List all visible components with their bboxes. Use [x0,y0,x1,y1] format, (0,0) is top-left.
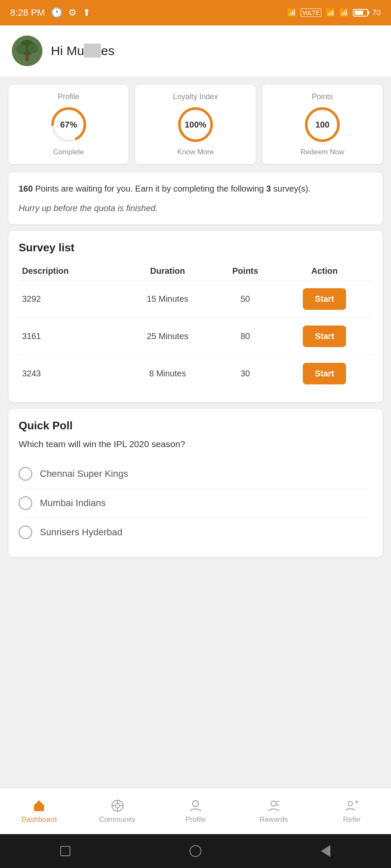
back-button[interactable] [317,843,334,860]
survey-word: survey(s). [273,184,310,193]
poll-options-container: Chennai Super Kings Mumbai Indians Sunri… [19,459,372,547]
survey-id-1: 3161 [19,318,121,355]
survey-row-0: 3292 15 Minutes 50 Start [19,281,372,318]
poll-option-1[interactable]: Mumbai Indians [19,489,372,518]
survey-id-0: 3292 [19,281,121,318]
stat-circle-profile: 67% [50,106,88,144]
svg-rect-2 [25,54,29,61]
stat-circle-loyalty: 100% [176,106,215,144]
survey-duration-0: 15 Minutes [121,281,214,318]
stat-value-profile: 67% [60,120,77,130]
svg-point-20 [193,801,198,807]
svg-point-4 [28,43,38,53]
profile-icon [188,798,203,813]
radio-0 [19,467,32,481]
start-button-2[interactable]: Start [303,363,346,384]
stat-card-profile[interactable]: Profile 67% Complete [8,85,128,164]
survey-title: Survey list [19,241,372,254]
android-navbar [0,834,391,868]
main-content: Hi Mu----es Profile 67% Complete Loyalty… [0,25,391,787]
stat-sublabel-points: Redeem Now [301,148,344,156]
survey-points-1: 80 [214,318,276,355]
radio-2 [19,526,32,539]
survey-row-2: 3243 8 Minutes 30 Start [19,355,372,392]
poll-title: Quick Poll [19,419,372,432]
community-icon [110,798,125,813]
battery-percent: 70 [372,8,381,17]
radio-1 [19,496,32,510]
nav-item-refer[interactable]: Refer [313,794,391,828]
network-icon: VoLTE [301,8,321,17]
triangle-icon [321,845,330,857]
points-message: 160 Points are waiting for you. Earn it … [19,182,372,195]
status-left: 8:28 PM 🕐 ⚙ ⬆ [10,7,90,18]
dashboard-icon [32,798,46,813]
svg-line-22 [276,801,279,802]
nav-label-refer: Refer [343,815,361,824]
svg-point-21 [271,801,276,806]
svg-point-15 [115,804,120,808]
avatar-image [12,36,42,66]
poll-option-text-2: Sunrisers Hyderbad [40,527,122,538]
start-button-0[interactable]: Start [303,288,346,310]
survey-action-1: Start [276,318,372,355]
alarm-icon: 🕐 [51,7,62,18]
signal2-icon: 📶 [339,8,349,17]
status-bar: 8:28 PM 🕐 ⚙ ⬆ 📶 VoLTE 📶 📶 70 [0,0,391,25]
stat-circle-points: 100 [303,106,341,144]
wifi-icon: 📶 [287,8,296,17]
stats-row: Profile 67% Complete Loyalty Index 100% … [0,76,391,172]
nav-item-profile[interactable]: Profile [156,794,235,828]
survey-table: Description Duration Points Action 3292 … [19,262,372,392]
nav-item-dashboard[interactable]: Dashboard [0,794,78,828]
nav-label-rewards: Rewards [260,815,288,824]
settings-icon: ⚙ [68,7,77,18]
nav-label-dashboard: Dashboard [22,815,57,824]
stat-sublabel-profile: Complete [53,148,84,156]
stat-label-points: Points [312,92,333,101]
survey-duration-2: 8 Minutes [121,355,214,392]
poll-option-text-0: Chennai Super Kings [40,468,128,479]
stat-label-loyalty: Loyalty Index [173,92,218,101]
col-action: Action [276,262,372,281]
signal-icon: 📶 [326,8,335,17]
stat-sublabel-loyalty: Know More [177,148,214,156]
poll-option-0[interactable]: Chennai Super Kings [19,459,372,489]
col-description: Description [19,262,121,281]
svg-line-23 [276,804,279,805]
rewards-icon [266,798,281,813]
nav-label-profile: Profile [185,815,206,824]
svg-point-3 [16,44,26,54]
home-button[interactable] [187,843,204,860]
nav-item-community[interactable]: Community [78,794,156,828]
upload-icon: ⬆ [83,7,90,18]
survey-points-0: 50 [214,281,276,318]
refer-icon [345,798,359,813]
stat-card-loyalty[interactable]: Loyalty Index 100% Know More [135,85,255,164]
col-duration: Duration [121,262,214,281]
points-count: 160 [19,184,33,193]
nav-label-community: Community [99,815,136,824]
survey-card: Survey list Description Duration Points … [8,231,383,402]
stat-value-points: 100 [316,120,330,130]
survey-count: 3 [266,184,271,193]
survey-action-2: Start [276,355,372,392]
bottom-nav: Dashboard Community Profile Rewards [0,787,391,834]
points-note: Hurry up before the quota is finished. [19,201,372,215]
start-button-1[interactable]: Start [303,326,346,347]
poll-question: Which team will win the IPL 2020 season? [19,439,372,449]
points-text: Points are waiting for you. Earn it by c… [35,184,266,193]
battery-icon [353,9,368,17]
poll-option-2[interactable]: Sunrisers Hyderbad [19,518,372,547]
stat-card-points[interactable]: Points 100 Redeem Now [263,85,383,164]
survey-row-1: 3161 25 Minutes 80 Start [19,318,372,355]
square-icon [60,846,70,856]
nav-item-rewards[interactable]: Rewards [235,794,313,828]
circle-icon [190,845,201,857]
survey-points-2: 30 [214,355,276,392]
stat-value-loyalty: 100% [184,120,206,130]
recent-apps-button[interactable] [57,843,74,860]
greeting-text: Hi Mu----es [51,44,115,58]
poll-card: Quick Poll Which team will win the IPL 2… [8,409,383,557]
survey-id-2: 3243 [19,355,121,392]
